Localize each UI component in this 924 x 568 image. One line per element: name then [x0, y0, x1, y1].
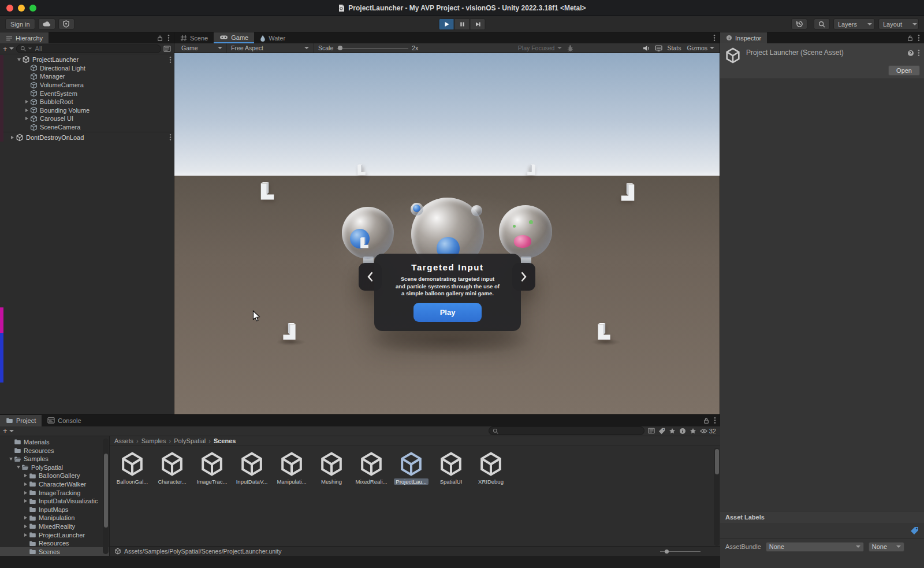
hierarchy-item[interactable]: Carousel UI [0, 114, 174, 123]
collapse-arrow-icon[interactable] [15, 466, 21, 469]
scene-visibility-icon[interactable] [163, 46, 171, 52]
lock-icon[interactable] [907, 35, 913, 42]
hierarchy-item[interactable]: SceneCamera [0, 123, 174, 132]
close-button[interactable] [6, 5, 13, 12]
folder-item[interactable]: ProjectLauncher [0, 530, 109, 539]
expand-arrow-icon[interactable] [24, 117, 30, 120]
hierarchy-item[interactable]: VolumeCamera [0, 81, 174, 90]
asset-item-selected[interactable]: ProjectLau... [392, 451, 430, 485]
asset-item[interactable]: Manipulati... [273, 451, 311, 485]
hierarchy-item-scene-root[interactable]: ProjectLauncher [0, 55, 174, 64]
hierarchy-item[interactable]: Bounding Volume [0, 106, 174, 115]
tab-project[interactable]: Project [0, 415, 42, 426]
lock-icon[interactable] [157, 35, 163, 42]
folder-item[interactable]: InputMaps [0, 505, 109, 514]
folder-item[interactable]: Materials [0, 438, 109, 447]
tab-console[interactable]: Console [42, 415, 87, 426]
folder-item[interactable]: ImageTracking [0, 488, 109, 497]
tab-water[interactable]: Water [254, 32, 291, 43]
breadcrumb-assets[interactable]: Assets [114, 437, 133, 444]
collapse-arrow-icon[interactable] [16, 58, 22, 61]
folder-item[interactable]: Resources [0, 539, 109, 548]
saved-search-star-icon[interactable] [690, 428, 696, 435]
tab-inspector[interactable]: Inspector [720, 32, 767, 43]
mute-audio-icon[interactable] [643, 45, 650, 51]
game-viewport[interactable]: Targeted Input Scene demonstrating targe… [174, 53, 720, 414]
kebab-menu-icon[interactable] [167, 34, 170, 42]
expand-arrow-icon[interactable] [24, 109, 30, 112]
display-dropdown[interactable]: Game [177, 43, 227, 53]
scene-play-button[interactable]: Play [413, 303, 482, 322]
scrollbar-thumb[interactable] [715, 449, 719, 474]
hierarchy-add-button[interactable]: + [3, 44, 14, 53]
collapse-arrow-icon[interactable] [8, 458, 14, 461]
hierarchy-item[interactable]: Directional Light [0, 64, 174, 73]
asset-item[interactable]: InputDataV... [233, 451, 271, 485]
undo-history-button[interactable] [791, 18, 807, 29]
folder-item[interactable]: InputDataVisualizatic [0, 497, 109, 506]
tab-hierarchy[interactable]: Hierarchy [0, 32, 49, 43]
project-add-button[interactable]: + [3, 426, 14, 435]
vsync-monitor-icon[interactable] [655, 45, 662, 51]
aspect-dropdown[interactable]: Free Aspect [227, 43, 314, 53]
help-icon[interactable] [907, 50, 914, 57]
zoom-button[interactable] [29, 5, 36, 12]
grid-scrollbar[interactable] [714, 448, 720, 546]
folder-item[interactable]: BalloonGallery [0, 472, 109, 480]
expand-arrow-icon[interactable] [23, 516, 29, 519]
expand-arrow-icon[interactable] [9, 136, 16, 139]
project-search-box[interactable] [489, 426, 644, 435]
kebab-menu-icon[interactable] [918, 34, 920, 42]
search-everything-button[interactable] [814, 18, 830, 29]
asset-item[interactable]: ImageTrac... [193, 451, 231, 485]
folder-item[interactable]: PolySpatial [0, 463, 109, 472]
scrollbar-thumb[interactable] [104, 454, 108, 528]
breadcrumb-polyspatial[interactable]: PolySpatial [174, 437, 206, 444]
expand-arrow-icon[interactable] [23, 474, 29, 477]
asset-item[interactable]: Meshing [312, 451, 351, 485]
minimize-button[interactable] [18, 5, 25, 12]
expand-arrow-icon[interactable] [23, 491, 29, 495]
folder-item[interactable]: CharacterWalker [0, 480, 109, 489]
asset-item[interactable]: SpatialUI [432, 451, 470, 485]
lock-icon[interactable] [703, 417, 709, 424]
search-by-label-icon[interactable] [658, 428, 665, 435]
hierarchy-item[interactable]: EventSystem [0, 89, 174, 98]
thumbnail-size-slider[interactable] [660, 551, 701, 552]
assetbundle-dropdown[interactable]: None [766, 542, 864, 552]
expand-arrow-icon[interactable] [23, 533, 29, 537]
folder-item[interactable]: Samples [0, 455, 109, 463]
kebab-menu-icon[interactable] [713, 34, 716, 42]
label-tag-icon[interactable] [910, 526, 919, 535]
services-button[interactable] [58, 18, 74, 29]
folder-item[interactable]: Manipulation [0, 514, 109, 522]
scale-slider-thumb[interactable] [338, 46, 342, 50]
hierarchy-search-input[interactable] [34, 44, 157, 53]
asset-item[interactable]: MixedReali... [352, 451, 390, 485]
debug-bug-icon[interactable] [567, 44, 573, 52]
gizmos-dropdown[interactable]: Gizmos [687, 44, 714, 51]
search-by-type-icon[interactable] [648, 428, 655, 434]
tab-game[interactable]: Game [214, 32, 254, 43]
pause-button[interactable] [454, 18, 470, 30]
play-focused-dropdown[interactable]: Play Focused [514, 43, 567, 53]
asset-labels-section-header[interactable]: Asset Labels [720, 511, 924, 523]
folder-item-selected[interactable]: Scenes [0, 547, 109, 556]
open-scene-button[interactable]: Open [888, 65, 920, 76]
stats-toggle[interactable]: Stats [667, 44, 681, 51]
project-search-input[interactable] [500, 427, 640, 435]
expand-arrow-icon[interactable] [23, 482, 29, 486]
breadcrumb-scenes[interactable]: Scenes [214, 437, 236, 444]
kebab-menu-icon[interactable] [169, 56, 172, 64]
hierarchy-search-box[interactable] [16, 44, 161, 53]
expand-arrow-icon[interactable] [24, 100, 30, 103]
layers-dropdown[interactable]: Layers [833, 18, 875, 29]
step-button[interactable] [470, 18, 486, 30]
cloud-button[interactable] [38, 18, 55, 29]
asset-item[interactable]: BalloonGal... [113, 451, 151, 485]
kebab-menu-icon[interactable] [169, 133, 172, 141]
favorites-star-icon[interactable] [669, 428, 676, 435]
kebab-menu-icon[interactable] [714, 417, 716, 424]
hierarchy-item[interactable]: BubbleRoot [0, 98, 174, 106]
sign-in-button[interactable]: Sign in [5, 18, 35, 29]
